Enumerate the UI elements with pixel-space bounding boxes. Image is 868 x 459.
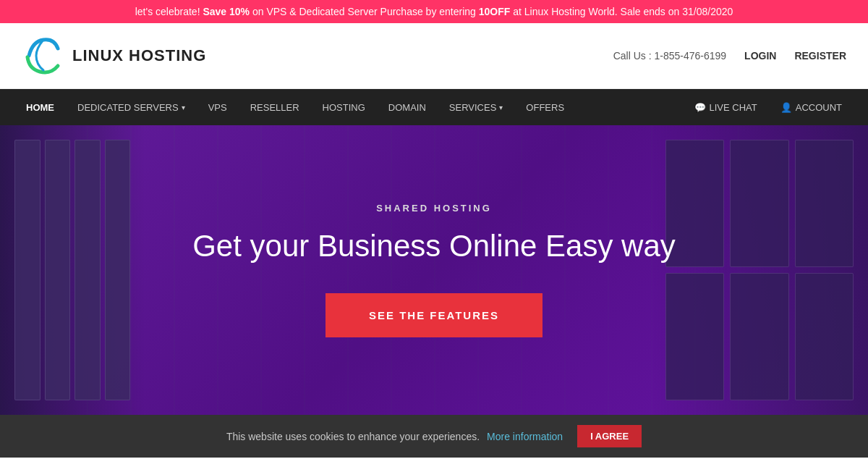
phone-number: Call Us : 1-855-476-6199 (613, 50, 726, 62)
logo-icon (22, 34, 65, 77)
right-rack-visual (665, 140, 854, 400)
hero-content: SHARED HOSTING Get your Business Online … (192, 203, 676, 337)
nav-item-offers[interactable]: OFFERS (514, 89, 576, 125)
rack-block-2 (730, 140, 788, 267)
rack-strip-2 (45, 140, 71, 400)
banner-bold2: 10OFF (479, 6, 511, 17)
chat-icon: 💬 (694, 102, 706, 113)
top-banner: let's celebrate! Save 10% on VPS & Dedic… (0, 0, 868, 23)
hero-subtitle: SHARED HOSTING (192, 203, 676, 214)
cookie-bar: This website uses cookies to enhance you… (0, 415, 868, 458)
banner-bold1: Save 10% (203, 6, 250, 17)
see-features-button[interactable]: SEE THE FEATURES (326, 293, 542, 337)
hero-section: SHARED HOSTING Get your Business Online … (0, 125, 868, 415)
nav-right: 💬 LIVE CHAT 👤 ACCOUNT (683, 89, 854, 125)
rack-strip-3 (75, 140, 101, 400)
live-chat-button[interactable]: 💬 LIVE CHAT (683, 89, 769, 125)
nav-item-dedicated-servers[interactable]: DEDICATED SERVERS ▾ (66, 89, 197, 125)
nav-item-vps[interactable]: VPS (197, 89, 239, 125)
nav-item-reseller[interactable]: RESELLER (239, 89, 311, 125)
header-right: Call Us : 1-855-476-6199 LOGIN REGISTER (613, 50, 846, 62)
nav-item-home[interactable]: HOME (14, 89, 66, 125)
banner-text-mid: on VPS & Dedicated Server Purchase by en… (250, 6, 479, 17)
rack-block-6 (795, 273, 854, 400)
user-icon: 👤 (780, 102, 792, 113)
nav-item-services[interactable]: SERVICES ▾ (438, 89, 515, 125)
cookie-more-info-link[interactable]: More information (487, 431, 563, 442)
nav-item-domain[interactable]: DOMAIN (377, 89, 438, 125)
rack-block-5 (730, 273, 788, 400)
logo-area: LINUX HOSTING (22, 34, 206, 77)
register-button[interactable]: REGISTER (794, 50, 846, 62)
account-button[interactable]: 👤 ACCOUNT (769, 89, 854, 125)
banner-text-post: at Linux Hosting World. Sale ends on 31/… (510, 6, 733, 17)
cookie-agree-button[interactable]: I AGREE (577, 425, 642, 447)
rack-block-3 (795, 140, 854, 267)
cookie-text: This website uses cookies to enhance you… (226, 431, 480, 442)
hero-title: Get your Business Online Easy way (192, 228, 676, 264)
chevron-down-icon: ▾ (182, 104, 185, 111)
rack-strip-4 (105, 140, 131, 400)
header: LINUX HOSTING Call Us : 1-855-476-6199 L… (0, 23, 868, 89)
chevron-down-icon-services: ▾ (499, 104, 503, 111)
left-rack-visual (14, 140, 130, 400)
login-button[interactable]: LOGIN (744, 50, 776, 62)
nav-left: HOME DEDICATED SERVERS ▾ VPS RESELLER HO… (14, 89, 683, 125)
nav-item-hosting[interactable]: HOSTING (311, 89, 377, 125)
banner-text-pre: let's celebrate! (135, 6, 203, 17)
rack-strip-1 (14, 140, 41, 400)
navbar: HOME DEDICATED SERVERS ▾ VPS RESELLER HO… (0, 89, 868, 125)
logo-text: LINUX HOSTING (72, 46, 206, 65)
